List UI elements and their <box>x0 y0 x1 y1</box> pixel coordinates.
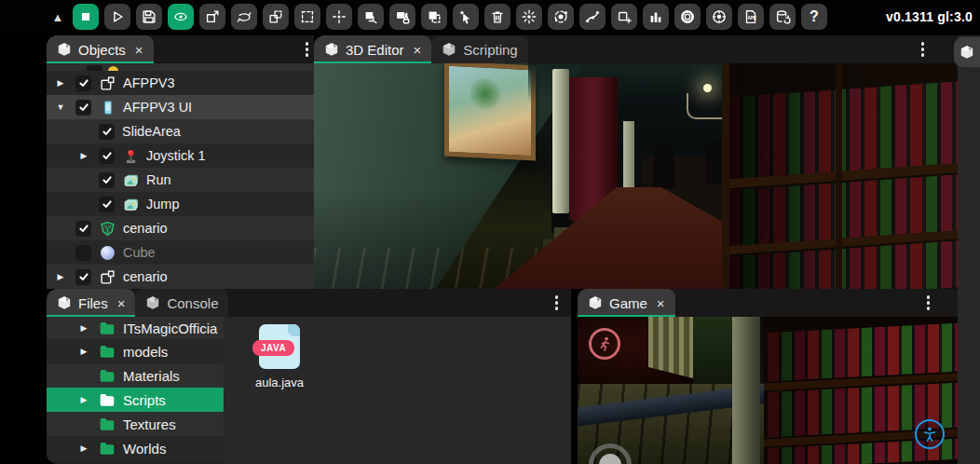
bar-chart-icon <box>647 8 664 25</box>
hierarchy-list: ▶ AFPPV3 ▼ AFPPV3 UI SlideArea ▶ Jo <box>47 63 314 289</box>
object-label: Jump <box>146 197 179 212</box>
question-mark-icon: ? <box>810 8 819 25</box>
hierarchy-row-slidearea[interactable]: SlideArea <box>47 119 314 143</box>
expand-icon[interactable]: ▶ <box>76 395 91 404</box>
scene-painting <box>444 63 536 161</box>
accessibility-icon[interactable] <box>915 419 945 449</box>
expand-icon[interactable]: ▶ <box>53 78 68 88</box>
files-grid[interactable]: JAVA aula.java <box>224 317 571 464</box>
check-icon <box>102 150 113 161</box>
tree-row-scripts[interactable]: ▶ Scripts <box>47 388 224 412</box>
move-tool-button[interactable] <box>199 4 225 30</box>
checkbox[interactable] <box>75 75 91 91</box>
tab-scripting[interactable]: Scripting <box>431 35 527 63</box>
database-sync-button[interactable] <box>769 4 796 30</box>
tab-objects[interactable]: Objects × <box>47 35 154 63</box>
close-icon[interactable]: × <box>117 295 126 311</box>
scale-icon <box>267 8 284 25</box>
expand-icon[interactable]: ▶ <box>53 272 68 281</box>
hierarchy-row-jump[interactable]: Jump <box>47 192 314 216</box>
apk-export-button[interactable]: APK <box>738 4 764 30</box>
tab-game[interactable]: Game × <box>578 289 675 317</box>
files-menu-icon[interactable] <box>550 292 565 314</box>
light-tool-button[interactable] <box>516 4 542 30</box>
joystick-knob[interactable] <box>599 454 621 464</box>
expand-icon[interactable]: ▶ <box>76 347 91 356</box>
tree-row-materials[interactable]: Materials <box>47 363 224 388</box>
save-button[interactable] <box>136 4 162 30</box>
tab-files[interactable]: Files × <box>47 289 135 317</box>
add-object-button[interactable] <box>611 4 637 30</box>
tree-row-models[interactable]: ▶ models <box>47 339 224 363</box>
tab-console[interactable]: Console <box>135 289 228 317</box>
visibility-button[interactable] <box>168 4 194 30</box>
check-icon <box>78 223 89 234</box>
hierarchy-row-cenario-shield[interactable]: cenario <box>47 216 314 240</box>
tab-3d-editor[interactable]: 3D Editor × <box>314 35 431 63</box>
smart-pointer-tool-button[interactable] <box>453 4 479 30</box>
checkbox[interactable] <box>99 197 115 212</box>
hierarchy-row-partial[interactable] <box>47 63 314 71</box>
hierarchy-row-joystick[interactable]: ▶ Joystick 1 <box>47 143 314 168</box>
camera-lock-tool-button[interactable] <box>389 4 415 30</box>
scale-tool-button[interactable] <box>263 4 289 30</box>
game-viewport[interactable] <box>578 317 958 464</box>
close-icon[interactable]: × <box>657 295 665 311</box>
editor-menu-icon[interactable] <box>916 38 931 61</box>
check-icon <box>102 198 113 210</box>
check-icon <box>78 77 89 89</box>
play-button[interactable] <box>104 4 130 30</box>
checkbox[interactable] <box>75 100 91 116</box>
hierarchy-row-cenario-frame[interactable]: ▶ cenario <box>47 265 314 289</box>
help-button[interactable]: ? <box>801 4 827 30</box>
folder-icon <box>99 320 116 336</box>
center-pivot-tool-button[interactable] <box>326 4 352 30</box>
close-icon[interactable]: × <box>414 42 422 58</box>
shield-icon <box>99 220 116 237</box>
scene-shelf-frame <box>836 63 842 289</box>
file-aula-java[interactable]: JAVA aula.java <box>244 324 315 389</box>
stop-button[interactable] <box>73 4 99 30</box>
collapse-icon[interactable]: ▼ <box>53 102 68 112</box>
cube-icon <box>588 295 603 310</box>
collapse-up-icon[interactable]: ▲ <box>48 10 67 24</box>
node-path-tool-button[interactable] <box>579 4 606 30</box>
objects-menu-icon[interactable] <box>300 38 315 61</box>
rect-select-tool-button[interactable] <box>294 4 320 30</box>
tree-row-itsmagic[interactable]: ▶ ITsMagicOfficia <box>47 317 224 339</box>
checkbox[interactable] <box>99 148 115 164</box>
game-menu-icon[interactable] <box>921 292 936 314</box>
checkbox[interactable] <box>75 269 91 285</box>
tree-row-worlds[interactable]: ▶ Worlds <box>47 436 224 460</box>
version-label: v0.1311 gl:3.0 <box>886 9 980 24</box>
checkbox[interactable] <box>87 65 102 71</box>
checkbox[interactable] <box>99 124 115 140</box>
hierarchy-row-cube[interactable]: Cube <box>47 240 314 265</box>
expand-icon[interactable]: ▶ <box>76 444 91 453</box>
checkbox[interactable] <box>75 221 91 237</box>
hierarchy-row-run[interactable]: Run <box>47 168 314 192</box>
close-icon[interactable]: × <box>135 42 143 58</box>
tree-row-textures[interactable]: Textures <box>47 412 224 436</box>
object-label: cenario <box>123 221 168 236</box>
orbit-tool-button[interactable] <box>548 4 574 30</box>
checkbox[interactable] <box>99 172 115 188</box>
hierarchy-row-afppv3[interactable]: ▶ AFPPV3 <box>47 71 314 95</box>
hierarchy-row-afppv3-ui[interactable]: ▼ AFPPV3 UI <box>47 95 314 119</box>
gear-icon <box>679 8 696 25</box>
stats-button[interactable] <box>643 4 669 30</box>
settings-button[interactable] <box>674 4 701 30</box>
cube-icon <box>324 42 339 57</box>
editor-viewport[interactable] <box>314 63 958 289</box>
expand-icon[interactable]: ▶ <box>76 323 91 333</box>
bring-forward-tool-button[interactable] <box>358 4 384 30</box>
rotate-tool-button[interactable] <box>231 4 257 30</box>
duplicate-tool-button[interactable] <box>421 4 447 30</box>
gizmo-settings-button[interactable] <box>706 4 732 30</box>
expand-icon[interactable]: ▶ <box>76 151 91 160</box>
dock-cube-tab[interactable] <box>954 37 980 67</box>
delete-button[interactable] <box>484 4 510 30</box>
run-toggle-icon[interactable] <box>589 328 620 360</box>
checkbox-unchecked[interactable] <box>75 245 91 261</box>
image-icon <box>122 171 139 188</box>
